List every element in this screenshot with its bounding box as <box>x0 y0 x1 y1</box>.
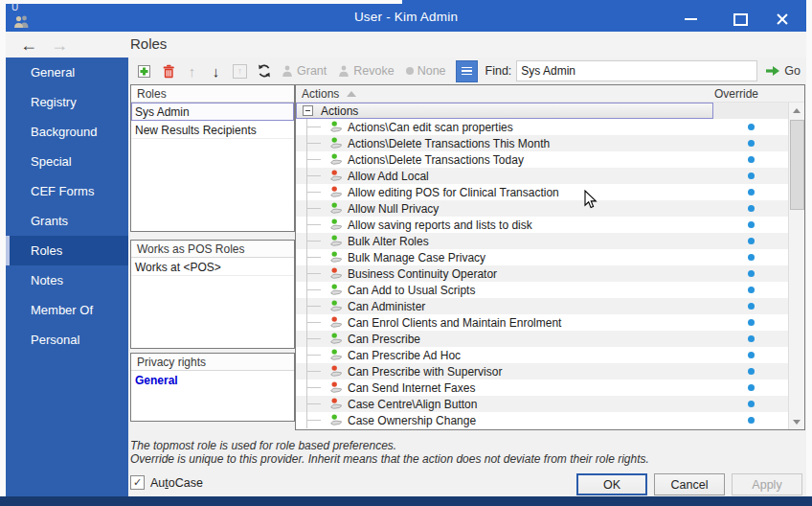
footer-note-line2: Override is unique to this provider. Inh… <box>130 452 649 466</box>
sidebar-item-cef-forms[interactable]: CEF Forms <box>6 176 128 206</box>
action-label: Bulk Manage Case Privacy <box>345 251 713 264</box>
close-icon <box>776 12 789 26</box>
list-lines-icon <box>462 67 472 76</box>
selected-accent-bar <box>6 236 10 265</box>
permission-hand-icon <box>328 300 345 313</box>
autocase-checkbox[interactable]: ✓ AutoCase <box>130 475 203 490</box>
action-label: Actions\Can edit scan properties <box>345 121 713 134</box>
sidebar-item-roles[interactable]: Roles <box>6 236 128 265</box>
sidebar-item-label: Personal <box>6 333 79 347</box>
sidebar-item-special[interactable]: Special <box>6 147 128 176</box>
vertical-scrollbar[interactable] <box>788 103 804 429</box>
scrollbar-thumb[interactable] <box>790 120 804 210</box>
actions-column-header[interactable]: Actions <box>296 87 712 101</box>
action-row[interactable]: Can Prescribe with Supervisor <box>296 363 788 380</box>
close-button[interactable] <box>768 12 797 27</box>
permission-hand-icon <box>328 381 345 395</box>
action-row[interactable]: Can Administer <box>296 298 788 314</box>
sidebar-item-registry[interactable]: Registry <box>6 87 128 117</box>
toolbar: ↑ ↓ ↑ Grant Revoke <box>132 59 802 82</box>
action-row[interactable]: Allow Add Local <box>296 168 788 184</box>
tree-branch-lines <box>296 380 328 396</box>
none-button[interactable]: None <box>400 64 452 78</box>
role-row[interactable]: Sys Admin <box>131 103 294 121</box>
action-row[interactable]: Can Send Internet Faxes <box>296 380 788 396</box>
sidebar-item-general[interactable]: General <box>6 58 128 87</box>
sidebar-item-member-of[interactable]: Member Of <box>6 295 128 325</box>
maximize-button[interactable] <box>726 12 755 27</box>
override-cell <box>713 172 788 179</box>
scroll-down-icon <box>793 420 801 425</box>
override-column-header[interactable]: Override <box>712 87 804 101</box>
go-button[interactable]: Go <box>765 64 802 78</box>
permission-hand-icon <box>328 316 345 330</box>
tree-branch-lines <box>296 347 328 363</box>
action-row[interactable]: Case Centre\Align Button <box>296 396 788 412</box>
list-view-toggle-button[interactable] <box>456 60 478 82</box>
collapse-box-icon[interactable] <box>303 105 313 116</box>
action-row[interactable]: Bulk Alter Roles <box>296 233 788 249</box>
action-label: Bulk Alter Roles <box>345 235 713 248</box>
scroll-up-button[interactable] <box>789 103 804 118</box>
action-label: Can Prescribe Ad Hoc <box>345 349 713 362</box>
tree-branch-lines <box>296 412 328 428</box>
action-row[interactable]: Business Continuity Operator <box>296 265 788 282</box>
ok-button[interactable]: OK <box>576 473 647 495</box>
works-as-pos-header: Works as POS Roles <box>131 241 294 258</box>
action-row[interactable]: Actions\Can edit scan properties <box>296 119 788 135</box>
scroll-down-button[interactable] <box>789 414 804 429</box>
override-dot <box>748 303 755 310</box>
action-row[interactable]: Allow Null Privacy <box>296 200 788 217</box>
background-window-strip <box>0 496 812 506</box>
privacy-general-row[interactable]: General <box>131 371 294 388</box>
revoke-button[interactable]: Revoke <box>332 64 399 78</box>
autocase-label: AutoCase <box>150 476 203 490</box>
move-down-button[interactable]: ↓ <box>204 60 228 81</box>
override-dot <box>748 221 755 228</box>
override-cell <box>713 287 788 293</box>
action-row[interactable]: Allow saving reports and lists to disk <box>296 217 788 233</box>
delete-role-button[interactable] <box>156 60 180 81</box>
action-label: Allow Null Privacy <box>345 202 713 216</box>
action-row[interactable]: Actions\Delete Transactions This Month <box>296 135 788 151</box>
find-input[interactable] <box>516 60 757 81</box>
grant-button[interactable]: Grant <box>276 64 332 78</box>
override-cell <box>713 352 788 358</box>
back-button[interactable]: ← <box>17 34 40 57</box>
none-label: None <box>417 64 446 78</box>
checkbox-check-icon[interactable]: ✓ <box>130 475 145 490</box>
person-icon <box>338 65 350 77</box>
cancel-button[interactable]: Cancel <box>654 473 725 495</box>
sidebar-item-grants[interactable]: Grants <box>6 206 128 236</box>
action-row[interactable]: Can Enrol Clients and Maintain Enrolment <box>296 314 788 331</box>
sidebar-item-label: General <box>6 65 75 80</box>
promote-button[interactable]: ↑ <box>228 60 252 81</box>
refresh-icon <box>257 63 272 79</box>
tree-branch-lines <box>296 249 328 265</box>
sidebar-item-label: Registry <box>6 95 77 109</box>
action-row[interactable]: Can Prescribe Ad Hoc <box>296 347 788 363</box>
tree-branch-lines <box>296 119 328 135</box>
action-row[interactable]: Case Ownership Change <box>296 412 788 428</box>
sidebar-item-notes[interactable]: Notes <box>6 265 128 295</box>
actions-root-row[interactable]: Actions <box>296 103 788 119</box>
action-row[interactable]: Can Prescribe <box>296 331 788 347</box>
sidebar-item-personal[interactable]: Personal <box>6 325 128 355</box>
move-up-button[interactable]: ↑ <box>180 60 204 81</box>
action-row[interactable]: Actions\Delete Transactions Today <box>296 151 788 168</box>
action-row[interactable]: Bulk Manage Case Privacy <box>296 249 788 265</box>
works-at-row[interactable]: Works at <POS> <box>131 258 294 276</box>
sidebar-item-background[interactable]: Background <box>6 117 128 147</box>
action-label: Can Administer <box>345 300 713 313</box>
tree-branch-lines <box>296 184 328 200</box>
permission-hand-icon <box>328 349 345 362</box>
refresh-button[interactable] <box>252 60 276 81</box>
apply-button[interactable]: Apply <box>732 473 802 495</box>
minimize-button[interactable] <box>676 12 705 27</box>
add-role-button[interactable] <box>132 60 156 81</box>
forward-button[interactable]: → <box>48 34 71 57</box>
action-row[interactable]: Can Add to Usual Scripts <box>296 282 788 298</box>
role-row[interactable]: New Results Recipients <box>131 121 294 139</box>
action-row[interactable]: Allow editing POS for Clinical Transacti… <box>296 184 788 200</box>
permission-hand-icon <box>328 414 345 427</box>
